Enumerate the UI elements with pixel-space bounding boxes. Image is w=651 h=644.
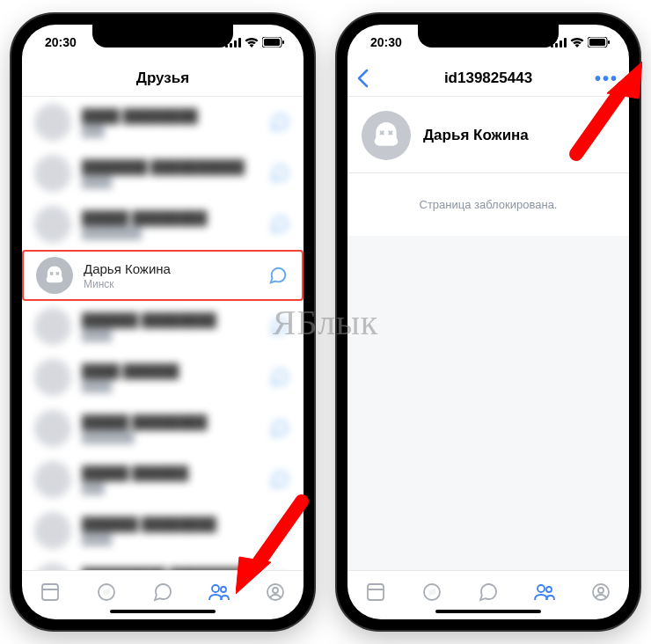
friend-city: Минск bbox=[84, 278, 256, 290]
avatar bbox=[34, 308, 71, 345]
wifi-icon bbox=[570, 37, 584, 48]
tab-friends[interactable] bbox=[530, 578, 559, 606]
tab-profile[interactable] bbox=[587, 578, 615, 606]
svg-point-26 bbox=[538, 585, 545, 592]
battery-icon bbox=[262, 37, 284, 48]
avatar-deleted bbox=[36, 257, 73, 294]
page-title: id139825443 bbox=[444, 70, 532, 87]
status-time: 20:30 bbox=[370, 35, 402, 49]
list-item[interactable]: █████ ████████████████ bbox=[22, 199, 304, 250]
status-indicators bbox=[225, 37, 284, 48]
list-item[interactable]: ████ ███████████ bbox=[22, 97, 304, 148]
deleted-dog-icon bbox=[369, 118, 404, 153]
svg-rect-18 bbox=[564, 38, 567, 48]
page-title: Друзья bbox=[136, 70, 189, 87]
svg-rect-16 bbox=[555, 43, 558, 48]
svg-line-30 bbox=[255, 501, 302, 567]
list-item[interactable]: ███████ ██████████████ bbox=[22, 148, 304, 199]
svg-rect-1 bbox=[230, 43, 232, 48]
message-icon[interactable] bbox=[268, 366, 291, 389]
avatar-deleted bbox=[362, 111, 411, 160]
tab-feed[interactable] bbox=[362, 578, 390, 606]
avatar bbox=[34, 104, 71, 141]
tab-messages[interactable] bbox=[474, 578, 502, 606]
chevron-left-icon bbox=[356, 69, 369, 88]
message-icon[interactable] bbox=[268, 315, 291, 338]
avatar bbox=[34, 410, 71, 447]
back-button[interactable] bbox=[356, 69, 369, 88]
tab-messages[interactable] bbox=[149, 578, 177, 606]
svg-rect-22 bbox=[368, 584, 384, 600]
svg-rect-20 bbox=[589, 39, 605, 46]
annotation-arrow-right bbox=[563, 62, 642, 167]
tab-feed[interactable] bbox=[36, 578, 64, 606]
svg-line-32 bbox=[576, 88, 623, 154]
tab-friends[interactable] bbox=[205, 578, 233, 606]
svg-rect-17 bbox=[560, 40, 562, 48]
tab-discover[interactable] bbox=[418, 578, 446, 606]
profile-content: Дарья Кожина Страница заблокирована. bbox=[347, 97, 629, 570]
svg-marker-25 bbox=[429, 589, 435, 595]
list-item-highlighted[interactable]: Дарья Кожина Минск bbox=[22, 250, 304, 301]
avatar bbox=[34, 563, 71, 570]
list-item[interactable]: ████ ██████████ bbox=[22, 352, 304, 403]
blocked-caption: Страница заблокирована. bbox=[347, 173, 629, 236]
tab-discover[interactable] bbox=[92, 578, 121, 606]
message-icon[interactable] bbox=[268, 213, 291, 236]
svg-point-27 bbox=[546, 587, 552, 592]
message-icon[interactable] bbox=[267, 264, 289, 287]
status-indicators bbox=[551, 37, 610, 48]
avatar bbox=[34, 512, 71, 549]
notch bbox=[92, 25, 233, 48]
wifi-icon bbox=[245, 37, 259, 48]
svg-rect-21 bbox=[608, 40, 610, 44]
svg-point-12 bbox=[221, 587, 226, 592]
battery-icon bbox=[588, 37, 610, 48]
message-icon[interactable] bbox=[268, 417, 291, 440]
svg-marker-33 bbox=[607, 62, 642, 99]
notch bbox=[418, 25, 559, 48]
list-item[interactable]: █████ ███████████████ bbox=[22, 403, 304, 454]
message-icon[interactable] bbox=[268, 111, 291, 134]
svg-marker-31 bbox=[236, 557, 271, 594]
svg-rect-3 bbox=[238, 38, 241, 48]
svg-rect-2 bbox=[234, 40, 237, 48]
deleted-dog-icon bbox=[42, 263, 67, 288]
profile-name: Дарья Кожина bbox=[423, 127, 529, 144]
blocked-zone bbox=[347, 236, 629, 570]
svg-rect-6 bbox=[282, 40, 284, 44]
status-time: 20:30 bbox=[45, 35, 77, 49]
annotation-arrow-left bbox=[236, 488, 315, 594]
nav-bar: Друзья bbox=[22, 60, 304, 97]
svg-marker-10 bbox=[104, 589, 110, 595]
svg-rect-5 bbox=[264, 39, 280, 46]
svg-rect-7 bbox=[42, 584, 58, 600]
svg-point-29 bbox=[598, 588, 603, 593]
avatar bbox=[34, 206, 71, 243]
avatar bbox=[34, 155, 71, 192]
svg-point-11 bbox=[212, 585, 219, 592]
list-item[interactable]: ██████ ████████████ bbox=[22, 301, 304, 352]
avatar bbox=[34, 359, 71, 396]
home-indicator[interactable] bbox=[435, 610, 541, 613]
home-indicator[interactable] bbox=[110, 610, 216, 613]
avatar bbox=[34, 461, 71, 498]
message-icon[interactable] bbox=[268, 162, 291, 185]
friend-name: Дарья Кожина bbox=[84, 261, 256, 276]
